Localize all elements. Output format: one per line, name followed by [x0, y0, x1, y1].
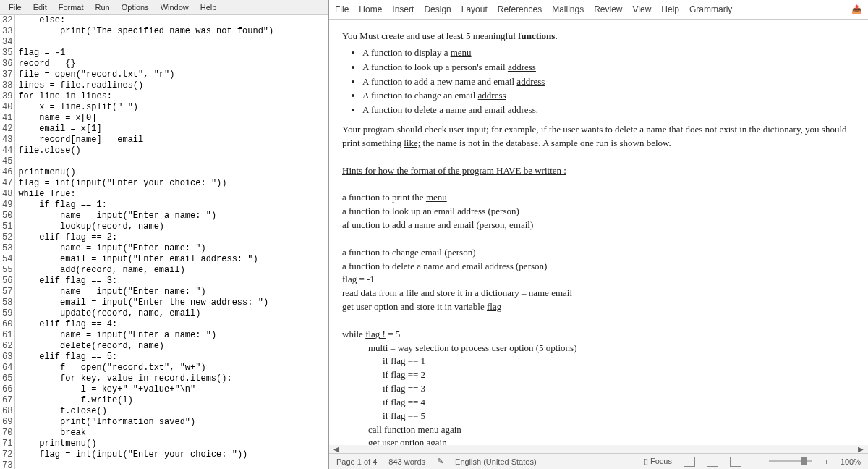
code-line[interactable]: while True: — [18, 189, 326, 200]
text: multi – way selection to process user op… — [368, 342, 855, 355]
code-line[interactable]: name = input("Enter name: ") — [18, 243, 326, 254]
code-line[interactable]: elif flag == 4: — [18, 319, 326, 330]
text: if flag == 1 — [383, 355, 855, 368]
code-line[interactable]: f.close() — [18, 406, 326, 417]
text: You Must create and use at least 5 meani… — [342, 30, 518, 41]
horizontal-scroll[interactable]: ◀▶ — [329, 445, 868, 453]
ribbon-tab-help[interactable]: Help — [661, 4, 679, 14]
code-line[interactable]: flag = -1 — [18, 48, 326, 59]
code-line[interactable]: file = open("record.txt", "r") — [18, 69, 326, 80]
ribbon-tab-mailings[interactable]: Mailings — [552, 4, 584, 14]
text-block: a function to print the menua function t… — [342, 191, 855, 232]
editor-menu-window[interactable]: Window — [155, 1, 195, 13]
list-item: A function to change an email address — [362, 89, 855, 103]
editor-menu-file[interactable]: File — [3, 1, 27, 13]
code-line[interactable]: name = x[0] — [18, 113, 326, 124]
zoom-level[interactable]: 100% — [841, 457, 861, 466]
code-line[interactable]: printmenu() — [18, 167, 326, 178]
code-line[interactable]: file.close() — [18, 145, 326, 156]
ribbon-tab-home[interactable]: Home — [359, 4, 382, 14]
text: again — [427, 437, 447, 445]
ribbon-tab-review[interactable]: Review — [594, 4, 622, 14]
code-line[interactable]: record = {} — [18, 59, 326, 69]
text: the name is not in the database. A sampl… — [420, 138, 671, 148]
zoom-in[interactable]: + — [824, 457, 828, 466]
editor-menubar: FileEditFormatRunOptionsWindowHelp — [0, 0, 328, 15]
code-line[interactable]: record[name] = email — [18, 135, 326, 145]
editor-menu-options[interactable]: Options — [116, 1, 155, 13]
code-line[interactable]: f.write(l) — [18, 395, 326, 406]
ribbon-tab-grammarly[interactable]: Grammarly — [689, 4, 732, 14]
code-line[interactable]: add(record, name, email) — [18, 265, 326, 276]
zoom-out[interactable]: − — [753, 457, 757, 466]
code-line[interactable]: lines = file.readlines() — [18, 80, 326, 91]
focus-mode[interactable]: ▯ Focus — [644, 457, 672, 466]
ribbon-tab-layout[interactable]: Layout — [461, 4, 488, 14]
language-indicator[interactable]: English (United States) — [455, 457, 537, 466]
text: call function menu again — [368, 423, 855, 437]
page-indicator[interactable]: Page 1 of 4 — [336, 457, 377, 466]
ribbon-tab-view[interactable]: View — [633, 4, 652, 14]
view-icon[interactable] — [684, 457, 695, 467]
code-line[interactable]: elif flag == 2: — [18, 232, 326, 243]
code-content[interactable]: else: print("The specified name was not … — [15, 15, 328, 469]
code-line[interactable]: lookup(record, name) — [18, 221, 326, 232]
text: flag = -1 — [342, 273, 855, 287]
word-ribbon: FileHomeInsertDesignLayoutReferencesMail… — [329, 0, 868, 20]
code-line[interactable]: x = line.split(" ") — [18, 102, 326, 113]
text-block: if flag == 1if flag == 2if flag == 3if f… — [342, 355, 855, 423]
code-line[interactable]: delete(record, name) — [18, 341, 326, 352]
code-line[interactable]: break — [18, 428, 326, 439]
code-line[interactable]: email = input("Enter email address: ") — [18, 254, 326, 265]
share-icon[interactable]: 📤 — [851, 4, 862, 14]
text: if flag == 5 — [383, 410, 855, 423]
code-line[interactable]: email = input("Enter the new address: ") — [18, 297, 326, 308]
code-line[interactable]: flag = int(input("Enter your choice: ")) — [18, 178, 326, 189]
code-line[interactable]: if flag == 1: — [18, 200, 326, 211]
ribbon-tab-insert[interactable]: Insert — [392, 4, 414, 14]
code-line[interactable]: print("Information saved") — [18, 417, 326, 428]
code-line[interactable] — [18, 37, 326, 48]
code-line[interactable]: update(record, name, email) — [18, 308, 326, 319]
code-line[interactable]: name = input("Enter a name: ") — [18, 211, 326, 221]
line-numbers: 3233343536373839404142434445464748495051… — [0, 15, 15, 469]
editor-menu-edit[interactable]: Edit — [27, 1, 53, 13]
code-line[interactable]: print("The specified name was not found"… — [18, 26, 326, 37]
code-line[interactable]: for line in lines: — [18, 91, 326, 102]
zoom-slider[interactable] — [769, 460, 812, 462]
code-line[interactable]: flag = int(input("Enter your choice: ")) — [18, 449, 326, 460]
code-line[interactable]: else: — [18, 15, 326, 26]
view-icon[interactable] — [707, 457, 718, 467]
code-line[interactable]: l = key+" "+value+"\n" — [18, 384, 326, 395]
word-count[interactable]: 843 words — [388, 457, 425, 466]
ribbon-tab-design[interactable]: Design — [424, 4, 451, 14]
view-icon[interactable] — [730, 457, 741, 467]
text: functions — [518, 30, 555, 41]
text: flag ! — [365, 329, 386, 339]
editor-menu-run[interactable]: Run — [90, 1, 116, 13]
ribbon-tab-references[interactable]: References — [498, 4, 542, 14]
list-item: A function to look up a person's email a… — [362, 61, 855, 75]
ribbon-tab-file[interactable]: File — [335, 4, 349, 14]
hints-heading: Hints for how the format of the program … — [342, 164, 855, 178]
text: get user option — [368, 437, 427, 445]
editor-menu-format[interactable]: Format — [53, 1, 90, 13]
text: a function to print the menu — [342, 191, 855, 205]
code-editor-panel: FileEditFormatRunOptionsWindowHelp 32333… — [0, 0, 329, 469]
code-line[interactable] — [18, 156, 326, 167]
code-line[interactable]: f = open("record.txt", "w+") — [18, 363, 326, 373]
document-area[interactable]: You Must create and use at least 5 meani… — [329, 20, 868, 445]
text: if flag == 2 — [383, 368, 855, 382]
code-area[interactable]: 3233343536373839404142434445464748495051… — [0, 15, 328, 469]
spellcheck-icon[interactable]: ✎ — [437, 457, 443, 466]
code-line[interactable]: printmenu() — [18, 439, 326, 449]
code-line[interactable]: email = x[1] — [18, 124, 326, 135]
code-line[interactable]: for key, value in record.items(): — [18, 373, 326, 384]
editor-menu-help[interactable]: Help — [195, 1, 223, 13]
code-line[interactable] — [18, 460, 326, 469]
code-line[interactable]: name = input("Enter a name: ") — [18, 330, 326, 341]
code-line[interactable]: elif flag == 5: — [18, 352, 326, 363]
code-line[interactable]: name = input("Enter name: ") — [18, 287, 326, 297]
word-status-bar: Page 1 of 4 843 words ✎ English (United … — [329, 453, 868, 469]
code-line[interactable]: elif flag == 3: — [18, 276, 326, 287]
